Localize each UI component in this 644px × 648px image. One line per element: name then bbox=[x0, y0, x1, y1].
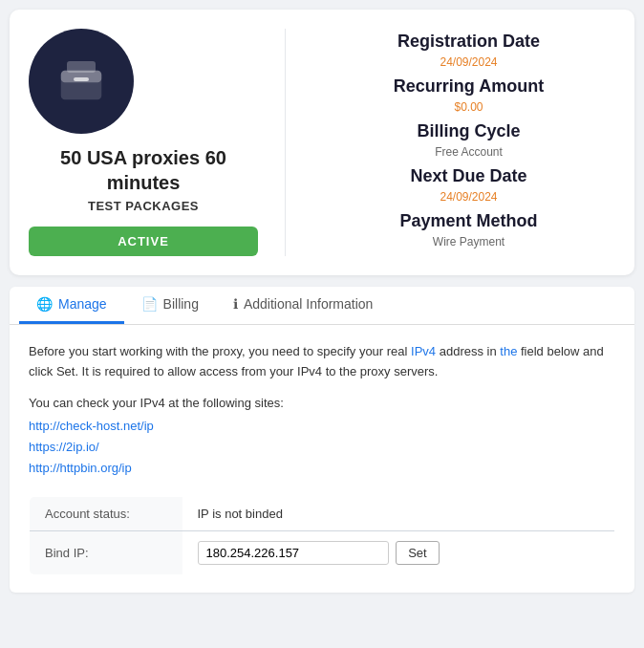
bind-ip-label: Bind IP: bbox=[30, 530, 182, 574]
svg-rect-3 bbox=[68, 62, 95, 72]
tab-manage[interactable]: 🌐 Manage bbox=[19, 287, 124, 324]
account-status-label: Account status: bbox=[30, 496, 182, 530]
product-subtitle: TEST PACKAGES bbox=[29, 199, 258, 213]
product-icon-circle bbox=[29, 29, 134, 134]
intro-text: Before you start working with the proxy,… bbox=[29, 342, 615, 382]
svg-rect-2 bbox=[74, 77, 89, 81]
status-table: Account status: IP is not binded Bind IP… bbox=[29, 496, 615, 575]
site-link-2[interactable]: https://2ip.io/ bbox=[29, 437, 615, 458]
site-link-3[interactable]: http://httpbin.org/ip bbox=[29, 458, 615, 479]
product-title: 50 USA proxies 60 minutes bbox=[29, 145, 258, 195]
site-link-1[interactable]: http://check-host.net/ip bbox=[29, 416, 615, 437]
tabs-bar: 🌐 Manage 📄 Billing ℹ Additional Informat… bbox=[10, 287, 634, 325]
account-status-value: IP is not binded bbox=[182, 496, 615, 530]
box-icon bbox=[54, 54, 108, 108]
tab-billing-label: Billing bbox=[163, 296, 199, 312]
payment-label: Payment Method bbox=[322, 211, 615, 231]
table-row-bind-ip: Bind IP: Set bbox=[30, 530, 615, 574]
check-sites-label: You can check your IPv4 at the following… bbox=[29, 396, 615, 410]
next-due-label: Next Due Date bbox=[322, 166, 615, 186]
product-left-section: 50 USA proxies 60 minutes TEST PACKAGES … bbox=[29, 29, 258, 256]
table-row-status: Account status: IP is not binded bbox=[30, 496, 615, 530]
tab-billing[interactable]: 📄 Billing bbox=[124, 287, 216, 324]
globe-icon: 🌐 bbox=[36, 296, 53, 312]
set-button[interactable]: Set bbox=[396, 541, 440, 565]
billing-label: Billing Cycle bbox=[322, 121, 615, 141]
billing-value: Free Account bbox=[322, 145, 615, 159]
next-due-date: 24/09/2024 bbox=[322, 190, 615, 204]
registration-label: Registration Date bbox=[322, 32, 615, 52]
active-badge: ACTIVE bbox=[29, 227, 258, 256]
product-info-section: Registration Date 24/09/2024 Recurring A… bbox=[312, 29, 615, 256]
document-icon: 📄 bbox=[141, 296, 158, 312]
manage-content-panel: Before you start working with the proxy,… bbox=[10, 325, 634, 593]
info-icon: ℹ bbox=[233, 296, 238, 312]
bind-ip-input[interactable] bbox=[198, 541, 389, 565]
bind-ip-cell: Set bbox=[182, 530, 615, 574]
product-card: 50 USA proxies 60 minutes TEST PACKAGES … bbox=[10, 10, 634, 275]
payment-value: Wire Payment bbox=[322, 235, 615, 248]
vertical-divider bbox=[285, 29, 286, 256]
tab-additional-information[interactable]: ℹ Additional Information bbox=[216, 287, 390, 324]
recurring-value: $0.00 bbox=[322, 100, 615, 114]
registration-date: 24/09/2024 bbox=[322, 55, 615, 69]
recurring-label: Recurring Amount bbox=[322, 76, 615, 97]
tab-additional-label: Additional Information bbox=[244, 296, 373, 312]
tab-manage-label: Manage bbox=[58, 296, 107, 312]
